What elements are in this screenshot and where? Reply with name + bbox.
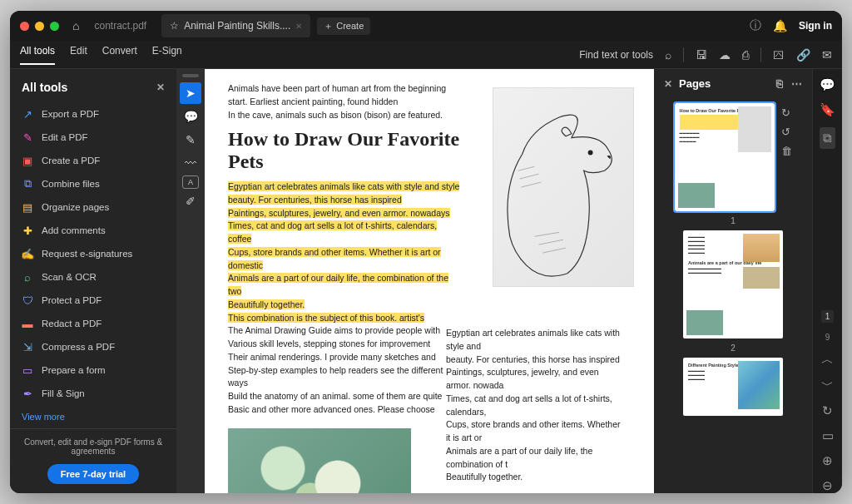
sidebar-item-compress[interactable]: ⇲Compress a PDF (10, 335, 176, 358)
svg-line-1 (518, 166, 535, 170)
pdf-page: Animals have been part of human art from… (205, 69, 654, 493)
sidebar-item-organize[interactable]: ▤Organize pages (10, 195, 176, 219)
thumbnail-controls: ↻ ↺ 🗑 (781, 103, 792, 157)
rotate-icon[interactable]: ↻ (822, 403, 833, 418)
page-up-icon[interactable]: ︿ (821, 352, 834, 368)
page-thumbnail-3[interactable]: Different Painting Styles ▬▬▬▬▬▬▬▬▬▬▬▬▬▬… (683, 358, 783, 416)
column-2-text: Egyptian art celebrates animals like cat… (446, 327, 625, 484)
eraser-tool[interactable]: ✐ (180, 190, 201, 212)
chat-icon[interactable]: 💬 (820, 77, 835, 92)
redact-icon: ▬ (22, 318, 33, 329)
thumbnails-icon[interactable]: ⧉ (820, 127, 835, 149)
sidebar-item-prepare-form[interactable]: ▭Prepare a form (10, 358, 176, 382)
close-pages-panel-icon[interactable]: ✕ (664, 78, 672, 90)
view-more-link[interactable]: View more (10, 405, 176, 428)
total-pages: 9 (825, 333, 830, 342)
all-tools-sidebar: All tools ✕ ↗Export a PDF ✎Edit a PDF ▣C… (10, 69, 176, 493)
toolstrip-handle[interactable] (182, 74, 199, 77)
bell-icon[interactable]: 🔔 (773, 19, 787, 32)
form-icon: ▭ (22, 364, 33, 376)
sidebar-item-edit[interactable]: ✎Edit a PDF (10, 126, 176, 149)
main-area: All tools ✕ ↗Export a PDF ✎Edit a PDF ▣C… (10, 69, 842, 493)
zoom-out-icon[interactable]: ⊖ (822, 478, 833, 493)
page-thumbnail-2[interactable]: ▬▬▬▬▬▬▬▬▬▬▬▬▬▬▬▬▬▬▬▬▬▬▬▬▬ Animals are a … (683, 230, 783, 338)
menubar: All tools Edit Convert E-Sign Find text … (10, 41, 842, 69)
close-tab-icon[interactable]: ✕ (295, 22, 302, 31)
tab-label: contract.pdf (94, 20, 146, 32)
menu-convert[interactable]: Convert (102, 45, 137, 65)
pages-panel-header: ✕ Pages ⎘ ⋯ (654, 69, 812, 98)
tab-animal-painting[interactable]: ☆ Animal Painting Skills.... ✕ (161, 14, 310, 37)
save-icon[interactable]: 🖫 (696, 48, 707, 62)
zoom-in-icon[interactable]: ⊕ (822, 453, 833, 468)
maximize-window-button[interactable] (50, 22, 59, 31)
delete-page-icon[interactable]: 🗑 (781, 145, 792, 157)
sidebar-item-scan[interactable]: ⌕Scan & OCR (10, 265, 176, 289)
menu-esign[interactable]: E-Sign (152, 45, 182, 65)
sidebar-item-redact[interactable]: ▬Redact a PDF (10, 312, 176, 335)
pages-panel: ✕ Pages ⎘ ⋯ How to Draw Our Favorite Pet… (654, 69, 812, 493)
sidebar-title: All tools (22, 81, 67, 94)
svg-line-5 (538, 240, 563, 245)
signature-icon: ✍ (22, 248, 33, 259)
titlebar-right: ⓘ 🔔 Sign in (750, 18, 832, 33)
fit-icon[interactable]: ▭ (822, 428, 834, 443)
tab-contract[interactable]: contract.pdf (86, 14, 155, 37)
print-icon[interactable]: ⎙ (742, 48, 749, 62)
signin-button[interactable]: Sign in (799, 20, 832, 32)
sidebar-item-fill-sign[interactable]: ✒Fill & Sign (10, 382, 176, 405)
current-page[interactable]: 1 (821, 310, 835, 323)
help-icon[interactable]: ⓘ (750, 18, 761, 33)
export-icon: ↗ (22, 108, 33, 120)
find-label: Find text or tools (579, 49, 653, 61)
edit-icon: ✎ (22, 131, 33, 143)
highlight-tool[interactable]: ✎ (180, 129, 201, 151)
menu-tabs: All tools Edit Convert E-Sign (20, 45, 182, 65)
sidebar-item-comments[interactable]: ✚Add comments (10, 219, 176, 242)
new-page-icon[interactable]: ⎘ (776, 77, 783, 90)
rotate-ccw-icon[interactable]: ↺ (781, 126, 792, 138)
document-viewport[interactable]: Animals have been part of human art from… (205, 69, 654, 493)
minimize-window-button[interactable] (35, 22, 44, 31)
bookmark-icon[interactable]: 🔖 (820, 102, 835, 117)
body-text: The Animal Drawing Guide aims to provide… (228, 324, 461, 416)
star-icon: ☆ (170, 20, 179, 32)
link-icon[interactable]: 🔗 (796, 48, 810, 62)
fill-sign-icon: ✒ (22, 388, 33, 399)
sidebar-item-protect[interactable]: 🛡Protect a PDF (10, 289, 176, 312)
page-down-icon[interactable]: ﹀ (821, 378, 834, 393)
more-icon[interactable]: ⋯ (791, 77, 802, 90)
organize-icon: ▤ (22, 201, 33, 213)
shield-icon: 🛡 (22, 294, 33, 306)
page-thumbnail-1[interactable]: How to Draw Our Favorite Pets ▬▬▬▬▬▬▬▬▬▬… (675, 103, 775, 211)
sidebar-item-esignatures[interactable]: ✍Request e-signatures (10, 242, 176, 265)
free-trial-button[interactable]: Free 7-day trial (47, 464, 139, 484)
annotation-toolstrip: ➤ 💬 ✎ 〰 A ✐ (176, 69, 205, 493)
select-tool[interactable]: ➤ (180, 82, 201, 104)
thumbnails-list: How to Draw Our Favorite Pets ▬▬▬▬▬▬▬▬▬▬… (654, 98, 812, 493)
home-icon[interactable]: ⌂ (72, 19, 79, 32)
share-icon[interactable]: ⮹ (773, 48, 785, 62)
sidebar-item-create[interactable]: ▣Create a PDF (10, 149, 176, 172)
menu-all-tools[interactable]: All tools (20, 45, 55, 65)
footer-text: Convert, edit and e-sign PDF forms & agr… (22, 437, 165, 456)
sidebar-item-export[interactable]: ↗Export a PDF (10, 102, 176, 126)
create-button[interactable]: ＋ Create (317, 17, 370, 35)
comment-tool[interactable]: 💬 (180, 106, 201, 127)
search-icon[interactable]: ⌕ (665, 48, 671, 62)
textbox-tool[interactable]: A (182, 175, 199, 189)
draw-tool[interactable]: 〰 (180, 152, 201, 174)
cloud-icon[interactable]: ☁ (719, 48, 731, 62)
titlebar: ⌂ contract.pdf ☆ Animal Painting Skills.… (10, 11, 842, 41)
menu-edit[interactable]: Edit (70, 45, 87, 65)
page-heading: How to Draw Our Favorite Pets (228, 128, 461, 172)
sidebar-item-combine[interactable]: ⧉Combine files (10, 172, 176, 195)
thumb-2-label: 2 (731, 343, 736, 353)
thumb-1-label: 1 (731, 216, 736, 225)
mail-icon[interactable]: ✉ (822, 48, 832, 62)
create-pdf-icon: ▣ (22, 155, 33, 166)
close-sidebar-icon[interactable]: ✕ (156, 82, 165, 93)
scan-icon: ⌕ (22, 271, 33, 283)
rotate-cw-icon[interactable]: ↻ (781, 106, 792, 119)
close-window-button[interactable] (20, 22, 29, 31)
